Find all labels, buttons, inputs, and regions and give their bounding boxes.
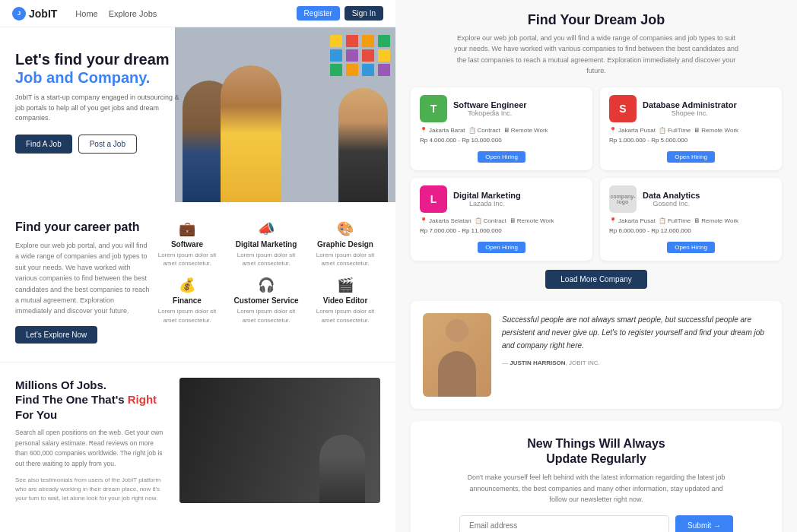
job-meta-3: 📍Jakarta Selatan 📋Contract 🖥Remote Work … <box>420 217 583 234</box>
career-subtitle: Explore our web job portal, and you will… <box>15 240 152 317</box>
job-salary-1: Rp 4.000.000 - Rp 10.000.000 <box>420 137 502 144</box>
nav-buttons: Register Sign In <box>297 6 383 21</box>
job-card-database: S Database Administrator Shopee Inc. 📍Ja… <box>600 87 782 170</box>
career-inner: Find your career path Explore our web jo… <box>15 220 380 344</box>
navbar: J JobIT Home Explore Jobs Register Sign … <box>0 0 395 27</box>
register-button[interactable]: Register <box>297 6 340 21</box>
open-hiring-btn-2[interactable]: Open Hiring <box>667 151 715 163</box>
person-2 <box>221 65 281 202</box>
newsletter-title-line1: New Things Will Always <box>527 437 665 450</box>
job-remote-4: 🖥Remote Work <box>694 217 738 224</box>
email-input[interactable] <box>459 515 669 532</box>
job-card-header-3: L Digital Marketing Lazada Inc. <box>420 185 583 213</box>
nav-home[interactable]: Home <box>75 9 97 18</box>
job-title-area-2: Database Administrator Shopee Inc. <box>643 100 737 117</box>
open-hiring-btn-4[interactable]: Open Hiring <box>667 242 715 253</box>
job-location-1: 📍Jakarta Barat <box>420 127 465 134</box>
marketing-icon: 📣 <box>231 220 301 237</box>
career-software: 💼 Software Lorem ipsum dolor sit amet co… <box>152 220 222 268</box>
load-more-button[interactable]: Load More Company <box>545 270 646 289</box>
open-hiring-btn-3[interactable]: Open Hiring <box>478 242 526 253</box>
newsletter-form: Submit → <box>459 515 733 532</box>
quote-content: Successful people are not always smart p… <box>502 313 770 397</box>
explore-button[interactable]: Let's Explore Now <box>15 326 97 344</box>
quote-text: Successful people are not always smart p… <box>502 313 770 352</box>
job-card-header-2: S Database Administrator Shopee Inc. <box>609 95 773 122</box>
design-name: Graphic Design <box>310 240 380 249</box>
software-name: Software <box>152 240 222 249</box>
job-location-3: 📍Jakarta Selatan <box>420 217 472 224</box>
career-left: Find your career path Explore our web jo… <box>15 220 152 344</box>
hero-image <box>175 27 395 202</box>
hero-title-line2: Job and Company. <box>15 69 150 86</box>
job-type-1: 📋Contract <box>468 127 500 134</box>
person-body <box>438 351 476 397</box>
left-panel: J JobIT Home Explore Jobs Register Sign … <box>0 0 395 532</box>
marketing-name: Digital Marketing <box>231 240 301 249</box>
career-section: Find your career path Explore our web jo… <box>0 202 395 362</box>
submit-button[interactable]: Submit → <box>675 515 733 532</box>
find-job-button[interactable]: Find A Job <box>15 135 72 154</box>
hero-title: Let's find your dream Job and Company. <box>15 50 183 87</box>
job-card-header-1: T Software Engineer Tokopedia Inc. <box>420 95 583 122</box>
dream-title: Find Your Dream Job <box>411 12 782 28</box>
career-customer: 🎧 Customer Service Lorem ipsum dolor sit… <box>231 277 301 324</box>
job-type-2: 📋FullTime <box>659 127 691 134</box>
job-meta-1: 📍Jakarta Barat 📋Contract 🖥Remote Work Rp… <box>420 127 583 144</box>
design-icon: 🎨 <box>310 220 380 237</box>
finance-desc: Lorem ipsum dolor sit amet consectetur. <box>152 307 222 324</box>
job-remote-1: 🖥Remote Work <box>503 127 548 134</box>
newsletter-title: New Things Will Always Update Regularly <box>426 436 767 468</box>
customer-desc: Lorem ipsum dolor sit amet consectetur. <box>231 307 301 324</box>
job-card-marketing: L Digital Marketing Lazada Inc. 📍Jakarta… <box>411 178 592 261</box>
millions-section: Millions Of Jobs. Find The One That's Ri… <box>0 362 395 518</box>
job-location-4: 📍Jakarta Pusat <box>609 217 656 224</box>
millions-image <box>179 378 380 503</box>
finance-icon: 💰 <box>152 277 222 293</box>
job-title-3: Digital Marketing <box>453 191 521 200</box>
nav-explore-jobs[interactable]: Explore Jobs <box>109 9 157 18</box>
job-cards-grid: T Software Engineer Tokopedia Inc. 📍Jaka… <box>411 87 782 261</box>
video-desc: Lorem ipsum dolor sit amet consectetur. <box>310 307 380 324</box>
job-card-analytics: company-logo Data Analytics Gosend Inc. … <box>600 178 782 261</box>
post-job-button[interactable]: Post a Job <box>78 135 137 154</box>
quote-section: Successful people are not always smart p… <box>411 301 782 409</box>
person-head <box>446 319 468 342</box>
job-title-area-1: Software Engineer Tokopedia Inc. <box>453 100 527 117</box>
shopee-logo: S <box>609 95 637 122</box>
job-card-header-4: company-logo Data Analytics Gosend Inc. <box>609 185 773 213</box>
job-company-1: Tokopedia Inc. <box>453 109 527 117</box>
job-salary-2: Rp 1.000.000 - Rp 5.000.000 <box>609 137 687 144</box>
job-location-2: 📍Jakarta Pusat <box>609 127 656 134</box>
dream-subtitle: Explore our web job portal, and you will… <box>452 33 741 77</box>
job-salary-3: Rp 7.000.000 - Rp 11.000.000 <box>420 227 502 234</box>
logo-text: JobIT <box>29 8 57 20</box>
sticky-notes <box>330 35 392 76</box>
job-title-2: Database Administrator <box>643 100 737 109</box>
job-company-2: Shopee Inc. <box>643 109 737 117</box>
millions-title-line3: For You <box>15 408 57 421</box>
gosend-logo: company-logo <box>609 185 637 213</box>
newsletter-title-line2: Update Regularly <box>546 452 646 465</box>
millions-title: Millions Of Jobs. Find The One That's Ri… <box>15 378 167 423</box>
author-role: JOBIT INC. <box>569 359 600 366</box>
design-desc: Lorem ipsum dolor sit amet consectetur. <box>310 251 380 268</box>
career-finance: 💰 Finance Lorem ipsum dolor sit amet con… <box>152 277 222 324</box>
job-meta-2: 📍Jakarta Pusat 📋FullTime 🖥Remote Work Rp… <box>609 127 773 144</box>
video-icon: 🎬 <box>310 277 380 293</box>
career-right: 💼 Software Lorem ipsum dolor sit amet co… <box>152 220 380 325</box>
tokopedia-logo: T <box>420 95 447 122</box>
hero-content: Let's find your dream Job and Company. J… <box>15 50 183 154</box>
career-video: 🎬 Video Editor Lorem ipsum dolor sit ame… <box>310 277 380 324</box>
laptop-person <box>319 435 365 503</box>
job-type-4: 📋FullTime <box>659 217 691 224</box>
open-hiring-btn-1[interactable]: Open Hiring <box>478 151 526 163</box>
millions-right: Right <box>128 393 157 406</box>
job-remote-3: 🖥Remote Work <box>510 217 554 224</box>
software-icon: 💼 <box>152 220 222 237</box>
millions-title-line1: Millions Of Jobs. <box>15 378 106 391</box>
customer-icon: 🎧 <box>231 277 301 293</box>
lazada-logo: L <box>420 185 447 213</box>
job-meta-4: 📍Jakarta Pusat 📋FullTime 🖥Remote Work Rp… <box>609 217 773 234</box>
signin-button[interactable]: Sign In <box>345 6 383 21</box>
